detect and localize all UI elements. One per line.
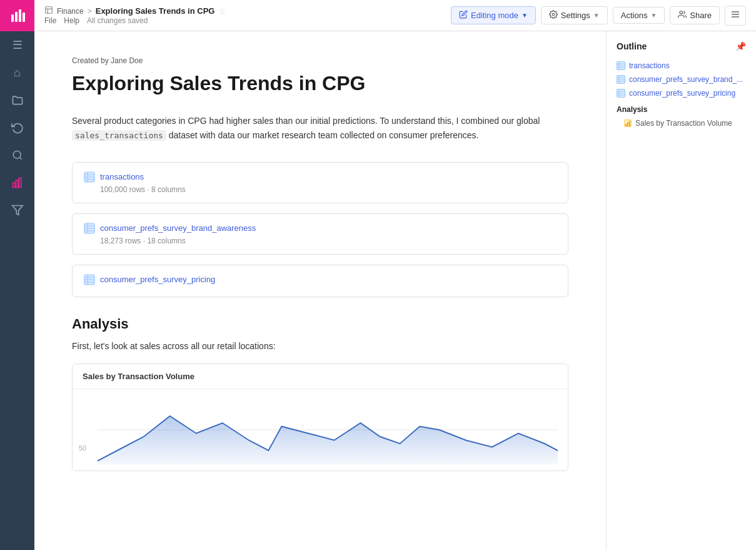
outline-item-pricing[interactable]: consumer_prefs_survey_pricing (617, 86, 746, 100)
help-menu[interactable]: Help (64, 16, 79, 25)
history-icon[interactable] (0, 114, 34, 141)
dataset-header: consumer_prefs_survey_pricing (84, 274, 557, 285)
chart-y-label: 50 (79, 444, 86, 452)
share-button[interactable]: Share (670, 6, 720, 24)
dataset-card-transactions[interactable]: transactions 100,000 rows · 8 columns (72, 162, 568, 203)
outline-item-transactions[interactable]: transactions (617, 59, 746, 73)
svg-rect-51 (627, 122, 628, 126)
code-snippet: sales_transactions (72, 130, 166, 141)
folder-icon[interactable] (0, 86, 34, 114)
page-icon (44, 6, 53, 16)
logo[interactable] (0, 0, 34, 31)
svg-point-13 (552, 13, 555, 16)
sidebar: ☰ ⌂ (0, 0, 34, 550)
svg-point-4 (13, 151, 21, 158)
outline-analysis-label: Analysis (617, 105, 746, 114)
edit-icon (459, 10, 468, 21)
outline-title: Outline (617, 41, 647, 51)
analysis-heading: Analysis (72, 316, 568, 332)
dataset-icon (84, 274, 95, 285)
home-icon[interactable]: ⌂ (0, 59, 34, 86)
svg-rect-6 (13, 183, 14, 188)
star-icon[interactable]: ☆ (218, 6, 226, 16)
svg-rect-1 (15, 12, 18, 22)
topbar: Finance > Exploring Sales Trends in CPG … (34, 0, 756, 31)
dataset-meta-transactions: 100,000 rows · 8 columns (100, 185, 557, 194)
document-area: Created by Jane Doe Exploring Sales Tren… (34, 31, 606, 550)
intro-paragraph: Several product categories in CPG had hi… (72, 114, 568, 143)
dataset-name-pricing: consumer_prefs_survey_pricing (100, 275, 215, 284)
saved-status: All changes saved (87, 16, 148, 25)
actions-chevron: ▼ (650, 12, 657, 19)
main-area: Finance > Exploring Sales Trends in CPG … (34, 0, 756, 550)
svg-rect-50 (625, 124, 627, 126)
outline-chart-label: Sales by Transaction Volume (635, 119, 732, 128)
dataset-meta-brand-awareness: 18,273 rows · 18 columns (100, 237, 557, 245)
grid-view-button[interactable] (725, 6, 746, 26)
breadcrumb-current: Exploring Sales Trends in CPG (96, 6, 215, 16)
pin-icon[interactable]: 📌 (735, 41, 746, 51)
file-help-bar: File Help All changes saved (44, 16, 451, 25)
svg-rect-3 (23, 13, 25, 22)
paragraph-after-code: dataset with data our market research te… (169, 130, 479, 140)
analysis-intro: First, let's look at sales across all ou… (72, 341, 568, 351)
outline-analysis-chart[interactable]: Sales by Transaction Volume (617, 116, 746, 130)
svg-rect-7 (16, 180, 18, 188)
paragraph-before-code: Several product categories in CPG had hi… (72, 116, 540, 126)
svg-rect-2 (19, 9, 21, 22)
dataset-icon (84, 223, 95, 234)
share-label: Share (690, 11, 712, 20)
outline-transactions-label: transactions (629, 61, 670, 70)
svg-rect-52 (629, 121, 630, 126)
editing-mode-label: Editing mode (471, 11, 518, 20)
dataset-icon (84, 171, 95, 183)
breadcrumb-area: Finance > Exploring Sales Trends in CPG … (44, 6, 451, 25)
funnel-icon[interactable] (0, 196, 34, 224)
chart-svg (98, 395, 558, 464)
menu-icon[interactable]: ☰ (0, 31, 34, 59)
dataset-header: consumer_prefs_survey_brand_awareness (84, 223, 557, 234)
topbar-right: Editing mode ▼ Settings ▼ Actions ▼ (451, 6, 746, 26)
content-area: Created by Jane Doe Exploring Sales Tren… (34, 31, 756, 550)
breadcrumb-separator: > (88, 7, 92, 16)
chart-body: 50 (73, 389, 568, 471)
dataset-name-transactions: transactions (100, 172, 144, 181)
actions-label: Actions (621, 11, 648, 20)
outline-brand-label: consumer_prefs_survey_brand_... (629, 75, 743, 84)
editing-mode-button[interactable]: Editing mode ▼ (451, 6, 536, 24)
charts-icon[interactable] (0, 169, 34, 196)
outline-pricing-label: consumer_prefs_survey_pricing (629, 89, 735, 98)
breadcrumb: Finance > Exploring Sales Trends in CPG … (44, 6, 451, 16)
editing-mode-chevron: ▼ (522, 12, 528, 19)
settings-icon (549, 10, 558, 21)
svg-rect-10 (46, 7, 53, 14)
settings-chevron: ▼ (593, 12, 600, 19)
chart-title: Sales by Transaction Volume (73, 364, 568, 389)
dataset-card-pricing[interactable]: consumer_prefs_survey_pricing (72, 265, 568, 297)
dataset-header: transactions (84, 171, 557, 183)
outline-panel: Outline 📌 transactions (606, 31, 756, 550)
dataset-card-brand-awareness[interactable]: consumer_prefs_survey_brand_awareness 18… (72, 213, 568, 255)
settings-button[interactable]: Settings ▼ (541, 6, 608, 24)
actions-button[interactable]: Actions ▼ (613, 7, 665, 24)
search-icon[interactable] (0, 141, 34, 169)
outline-header: Outline 📌 (617, 41, 746, 51)
chart-card: Sales by Transaction Volume 50 (72, 364, 568, 471)
settings-label: Settings (561, 11, 590, 20)
share-icon (678, 10, 687, 21)
file-menu[interactable]: File (44, 16, 56, 25)
svg-rect-0 (11, 14, 14, 22)
dataset-name-brand-awareness: consumer_prefs_survey_brand_awareness (100, 223, 256, 233)
created-by: Created by Jane Doe (72, 56, 568, 65)
outline-item-brand[interactable]: consumer_prefs_survey_brand_... (617, 73, 746, 86)
svg-marker-9 (12, 206, 23, 215)
author-name: Jane Doe (111, 56, 143, 65)
svg-rect-8 (19, 178, 21, 188)
breadcrumb-finance[interactable]: Finance (57, 7, 84, 16)
svg-point-14 (680, 11, 683, 14)
document-title: Exploring Sales Trends in CPG (72, 71, 568, 95)
svg-line-5 (19, 157, 21, 159)
